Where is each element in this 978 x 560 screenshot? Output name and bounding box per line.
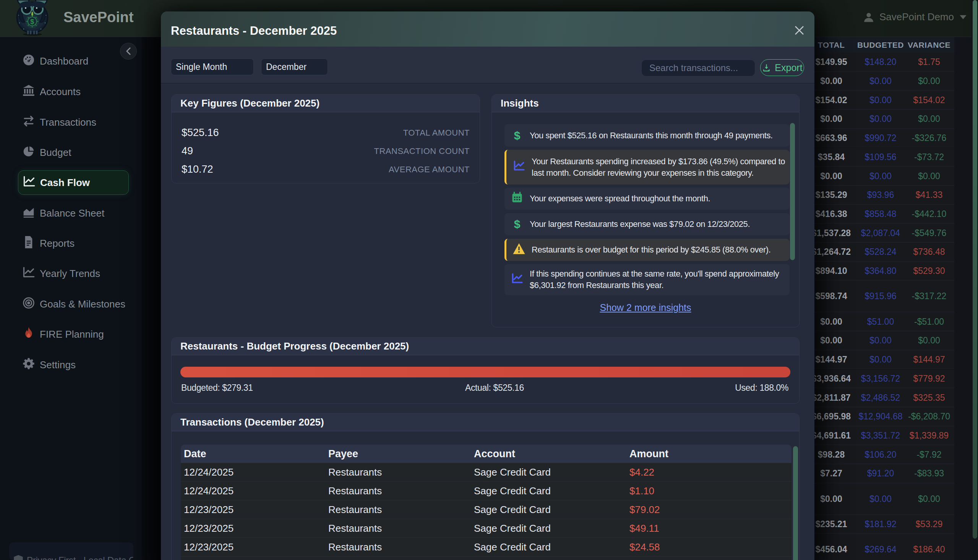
svg-text:$: $ <box>30 18 34 26</box>
